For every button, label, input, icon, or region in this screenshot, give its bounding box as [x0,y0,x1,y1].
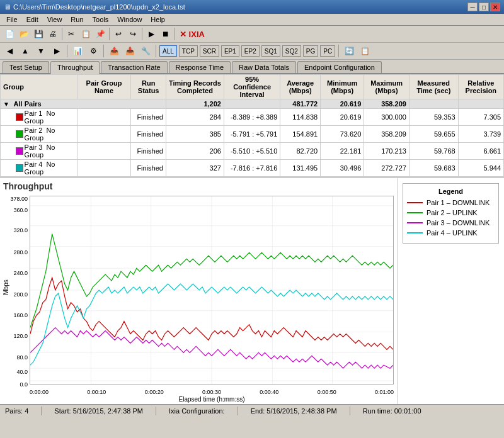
pair3-status: Finished [131,143,166,160]
menu-help[interactable]: Help [147,15,169,24]
tab-throughput[interactable]: Throughput [50,61,100,74]
pair2-records: 385 [166,126,224,143]
menu-edit[interactable]: Edit [23,15,42,24]
filter-pg[interactable]: PG [303,45,318,57]
minimize-button[interactable]: ─ [467,3,478,11]
pair3-ci: -5.510 : +5.510 [224,143,280,160]
x-label-50: 0:00:50 [318,389,336,395]
tab-raw-data[interactable]: Raw Data Totals [232,61,296,73]
pair4-ci: -7.816 : +7.816 [224,160,280,177]
undo-button[interactable]: ↩ [112,27,125,41]
filter-tcp[interactable]: TCP [179,45,198,57]
tab-transaction-rate[interactable]: Transaction Rate [101,61,167,73]
status-ixia: Ixia Configuration: [169,407,225,415]
ixia-logo: ✕ IXIA [180,30,205,39]
pair3-name: Pair 3 No Group [1,143,77,160]
menu-window[interactable]: Window [113,15,146,24]
chart-plot [30,196,394,385]
pair1-time: 59.353 [409,109,458,126]
all-pairs-min: 20.619 [321,99,364,109]
stop-button[interactable]: ⏹ [159,27,173,41]
new-button[interactable]: 📄 [3,27,16,41]
sep8 [338,45,339,57]
separator3 [142,28,142,40]
print-button[interactable]: 🖨 [46,27,60,41]
y-label-280: 280.0 [13,249,28,256]
save-button[interactable]: 💾 [32,27,45,41]
pair2-ci: -5.791 : +5.791 [224,126,280,143]
filter-ep1[interactable]: EP1 [221,45,239,57]
sep7 [156,45,156,57]
redo-button[interactable]: ↪ [126,27,140,41]
tab-test-setup[interactable]: Test Setup [3,61,49,73]
y-label-200: 200.0 [13,291,28,298]
chart-title: Throughput [3,181,394,191]
table-container: Group Pair Group Name Run Status Timing … [0,74,504,177]
nav-left[interactable]: ◀ [3,44,16,58]
col-rp: Relative Precision [458,75,503,99]
toolbar-main: 📄 📂 💾 🖨 ✂ 📋 📌 ↩ ↪ ▶ ⏹ ✕ IXIA [0,26,504,43]
y-axis: 378.00 360.0 320.0 280.0 240.0 200.0 160… [3,196,30,385]
graph-btn[interactable]: 📊 [71,44,84,58]
status-start: Start: 5/16/2015, 2:47:38 PM [54,407,143,415]
table-row: Pair 3 No Group Finished 206 -5.510 : +5… [1,143,504,160]
expand-icon[interactable]: ▼ [3,101,9,108]
sep2 [156,407,156,415]
open-button[interactable]: 📂 [17,27,31,41]
filter-sq1[interactable]: SQ1 [261,45,280,57]
export-btn[interactable]: 📤 [107,44,121,58]
maximize-button[interactable]: □ [479,3,489,11]
nav-right[interactable]: ▶ [50,44,64,58]
x-label-20: 0:00:20 [145,389,164,395]
tab-response-time[interactable]: Response Time [169,61,231,73]
nav-up[interactable]: ▲ [18,44,32,58]
pair4-status: Finished [131,160,166,177]
pair4-icon [16,164,23,172]
import-btn[interactable]: 📥 [123,44,137,58]
close-button[interactable]: ✕ [490,3,500,11]
options-btn[interactable]: 🔧 [139,44,152,58]
filter-pc[interactable]: PC [320,45,335,57]
nav-down[interactable]: ▼ [34,44,48,58]
pair2-avg: 154.891 [280,126,321,143]
tab-endpoint-config[interactable]: Endpoint Configuration [297,61,382,73]
table-row: Pair 1 No Group Finished 284 -8.389 : +8… [1,109,504,126]
refresh-btn[interactable]: 🔄 [342,44,356,58]
config-btn[interactable]: ⚙ [86,44,100,58]
chart-area: Throughput 378.00 360.0 320.0 280.0 240.… [0,178,397,404]
filter-sq2[interactable]: SQ2 [282,45,301,57]
filter-scr[interactable]: SCR [200,45,219,57]
legend-item-4: Pair 4 – UPLINK [407,229,495,237]
menu-run[interactable]: Run [67,15,87,24]
pair1-avg: 114.838 [280,109,321,126]
pair4-group [77,160,131,177]
pair1-status: Finished [131,109,166,126]
pair4-rp: 5.944 [458,160,503,177]
legend-item-2: Pair 2 – UPLINK [407,209,495,216]
filter-all[interactable]: ALL [159,45,177,57]
y-label-0: 0.0 [20,381,28,388]
legend-panel: Legend Pair 1 – DOWNLINK Pair 2 – UPLINK… [397,178,504,404]
sep [41,407,42,415]
pair2-min: 73.620 [321,126,364,143]
run-button[interactable]: ▶ [144,27,158,41]
app-icon: 🖥 [4,3,11,11]
filter-ep2[interactable]: EP2 [241,45,260,57]
sep4 [350,407,350,415]
y-axis-label: Mbps [3,279,9,295]
tabbar: Test Setup Throughput Transaction Rate R… [0,60,504,74]
legend-color-3 [407,222,423,223]
x-label-10: 0:00:10 [87,389,106,395]
settings-btn[interactable]: 📋 [358,44,372,58]
paste-button[interactable]: 📌 [93,27,107,41]
pair3-time: 59.768 [409,143,458,160]
cut-button[interactable]: ✂ [64,27,78,41]
status-pairs: Pairs: 4 [5,407,28,415]
copy-button[interactable]: 📋 [79,27,93,41]
menu-view[interactable]: View [43,15,66,24]
menu-tools[interactable]: Tools [89,15,113,24]
menu-file[interactable]: File [3,15,21,24]
pair2-max: 358.209 [364,126,410,143]
menubar: File Edit View Run Tools Window Help [0,14,504,26]
legend-label-2: Pair 2 – UPLINK [427,209,478,216]
